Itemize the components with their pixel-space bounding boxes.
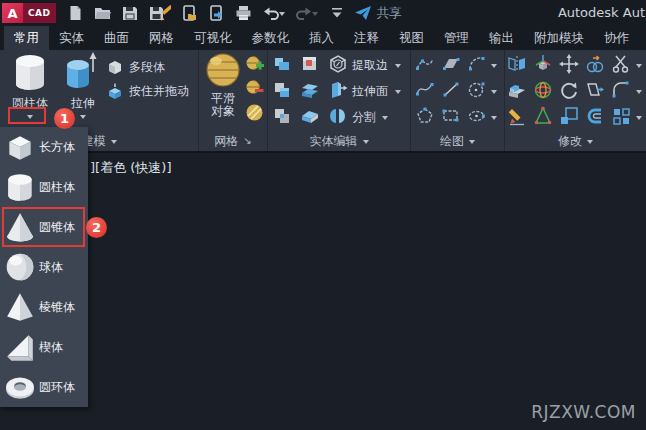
tab-home[interactable]: 常用 <box>4 26 49 50</box>
separate-icon[interactable] <box>328 106 348 130</box>
offset-icon[interactable] <box>585 106 605 130</box>
panel-modeling-expand-icon[interactable] <box>111 140 117 147</box>
extract-edges-dropdown-icon[interactable] <box>395 64 401 71</box>
mirror-icon[interactable] <box>507 54 527 78</box>
tab-insert[interactable]: 插入 <box>299 26 344 50</box>
menu-item-cylinder[interactable]: 圆柱体 <box>0 167 88 207</box>
ribbon-tab-bar: 常用 实体 曲面 网格 可视化 参数化 插入 注释 视图 管理 输出 附加模块 … <box>0 26 646 50</box>
primitives-flyout-menu: 长方体 圆柱体 圆锥体 球体 <box>0 127 88 407</box>
erase-icon[interactable] <box>507 106 527 130</box>
polysolid-button[interactable]: 多段体 <box>106 57 165 77</box>
subtract-icon[interactable] <box>272 80 292 104</box>
tab-annotate[interactable]: 注释 <box>344 26 389 50</box>
extract-edges-label[interactable]: 提取边 <box>352 57 388 74</box>
open-folder-icon[interactable] <box>93 3 113 23</box>
panel-label-draw[interactable]: 绘图 <box>411 132 504 150</box>
presspull-button[interactable]: 按住并拖动 <box>106 81 189 101</box>
rotate-icon[interactable] <box>559 80 579 104</box>
gizmo-move-icon[interactable] <box>533 54 553 78</box>
smooth-object-button[interactable]: 平滑 对象 <box>202 52 244 118</box>
rectangle-icon[interactable] <box>441 106 461 130</box>
region-icon[interactable] <box>441 54 461 78</box>
union-icon[interactable] <box>272 54 292 78</box>
extrude-faces-icon[interactable] <box>328 80 348 104</box>
panel-solid-editing-expand-icon[interactable] <box>363 140 369 147</box>
customize-qat-icon[interactable] <box>327 3 347 23</box>
separate-dropdown-icon[interactable] <box>382 116 388 123</box>
tab-mesh[interactable]: 网格 <box>139 26 184 50</box>
panel-label-modify[interactable]: 修改 <box>505 132 646 150</box>
tab-express[interactable]: Ex <box>639 26 646 50</box>
panel-label-mesh[interactable]: 网格↘ <box>199 132 267 150</box>
tab-addins[interactable]: 附加模块 <box>524 26 594 50</box>
undo-dropdown-icon[interactable] <box>279 12 285 19</box>
panel-modify-expand-icon[interactable] <box>587 140 593 147</box>
tab-view[interactable]: 视图 <box>389 26 434 50</box>
trim-dropdown-icon[interactable] <box>636 64 642 71</box>
save-web-mobile-icon[interactable] <box>207 3 227 23</box>
polyline-icon[interactable] <box>415 54 435 78</box>
mesh-dialog-launcher-icon[interactable]: ↘ <box>243 136 251 146</box>
trim-icon[interactable] <box>611 54 631 78</box>
menu-item-box[interactable]: 长方体 <box>0 127 88 167</box>
menu-item-wedge[interactable]: 楔体 <box>0 327 88 367</box>
ellipse-dropdown-icon[interactable] <box>491 116 497 123</box>
smooth-more-icon[interactable] <box>245 55 264 78</box>
extrude-faces-dropdown-icon[interactable] <box>395 90 401 97</box>
app-menu-button[interactable]: A CAD <box>2 3 56 23</box>
extract-edges-icon[interactable] <box>328 54 348 78</box>
tab-output[interactable]: 输出 <box>479 26 524 50</box>
array-icon[interactable] <box>611 106 631 130</box>
menu-item-pyramid[interactable]: 棱锥体 <box>0 287 88 327</box>
undo-icon[interactable] <box>261 3 287 23</box>
fillet-icon[interactable] <box>611 80 631 104</box>
share-button[interactable]: 共享 <box>355 5 402 22</box>
plot-icon[interactable] <box>234 3 254 23</box>
tab-collaborate[interactable]: 协作 <box>594 26 639 50</box>
panel-draw-expand-icon[interactable] <box>469 140 475 147</box>
refine-mesh-icon[interactable] <box>245 103 264 126</box>
viewport-controls[interactable]: ][着色 (快速)] <box>90 159 172 177</box>
menu-item-sphere[interactable]: 球体 <box>0 247 88 287</box>
arc-dropdown-icon[interactable] <box>491 64 497 71</box>
spline-icon[interactable] <box>415 80 435 104</box>
circle-dropdown-icon[interactable] <box>491 90 497 97</box>
polygon-icon[interactable] <box>415 106 435 130</box>
menu-item-torus[interactable]: 圆环体 <box>0 367 88 407</box>
tab-surface[interactable]: 曲面 <box>94 26 139 50</box>
separate-label[interactable]: 分割 <box>352 109 376 126</box>
panel-label-solid-editing[interactable]: 实体编辑 <box>268 132 410 150</box>
imprint-icon[interactable] <box>300 54 320 78</box>
new-file-icon[interactable] <box>66 3 86 23</box>
tab-solid[interactable]: 实体 <box>49 26 94 50</box>
redo-icon[interactable] <box>294 3 320 23</box>
intersect-icon[interactable] <box>272 106 292 130</box>
ellipse-icon[interactable] <box>467 106 487 130</box>
stretch-icon[interactable] <box>585 80 605 104</box>
array-dropdown-icon[interactable] <box>636 116 642 123</box>
thicken-face-icon[interactable] <box>507 80 527 104</box>
extrude-faces-label[interactable]: 拉伸面 <box>352 83 388 100</box>
step-badge-2: 2 <box>86 217 107 238</box>
fillet-dropdown-icon[interactable] <box>636 90 642 97</box>
smooth-less-icon[interactable] <box>245 79 264 102</box>
copy-icon[interactable] <box>585 54 605 78</box>
arc-icon[interactable] <box>467 54 487 78</box>
tab-manage[interactable]: 管理 <box>434 26 479 50</box>
shell-icon[interactable] <box>300 106 320 130</box>
tab-visualize[interactable]: 可视化 <box>184 26 242 50</box>
align-icon[interactable] <box>533 106 553 130</box>
scale-icon[interactable] <box>559 106 579 130</box>
tab-parametric[interactable]: 参数化 <box>242 26 300 50</box>
line-icon[interactable] <box>441 80 461 104</box>
move-icon[interactable] <box>559 54 579 78</box>
redo-dropdown-icon[interactable] <box>312 12 318 19</box>
save-icon[interactable] <box>120 3 140 23</box>
gizmo-rotate-icon[interactable] <box>533 80 553 104</box>
drawing-area[interactable]: ][着色 (快速)] RJZXW.COM <box>0 153 646 430</box>
circle-icon[interactable] <box>467 80 487 104</box>
thicken-icon[interactable] <box>300 80 320 104</box>
open-web-mobile-icon[interactable] <box>180 3 200 23</box>
save-as-icon[interactable] <box>147 3 173 23</box>
extrude-flyout-arrow-icon[interactable] <box>80 115 86 122</box>
